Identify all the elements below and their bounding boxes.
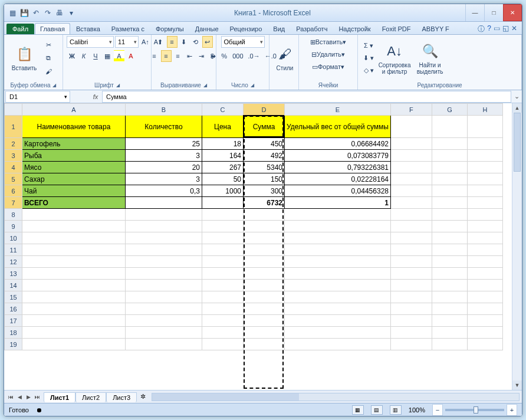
cell-H1[interactable] [467,116,502,138]
cell-F12[interactable] [390,256,432,268]
cell-A1[interactable]: Наименование товара [22,116,126,138]
indent-inc-button[interactable]: ⇥ [196,50,207,62]
orientation-button[interactable]: ⟲ [190,36,201,48]
cell-D7[interactable]: 6732 [244,197,285,209]
cell-B6[interactable]: 0,3 [126,185,202,197]
tab-data[interactable]: Данные [190,23,224,34]
zoom-slider[interactable] [445,409,504,411]
name-box[interactable]: D1 [5,91,70,103]
help-icon[interactable]: ? [487,24,491,34]
row-header-18[interactable]: 18 [5,327,22,339]
vertical-scrollbar[interactable]: ▲ ▼ [512,103,522,390]
font-size-combo[interactable]: 11 [115,36,139,48]
sheet-tab-3[interactable]: Лист3 [106,392,137,402]
cell-A6[interactable]: Чай [22,185,126,197]
tab-review[interactable]: Рецензиро [225,23,268,34]
vscroll-thumb[interactable] [514,113,521,172]
cell-B2[interactable]: 25 [126,138,202,150]
format-painter-button[interactable]: 🖌 [43,65,54,77]
cell-H15[interactable] [467,291,502,303]
cell-E16[interactable] [285,303,391,315]
cell-H5[interactable] [467,173,502,185]
sheet-tab-1[interactable]: Лист1 [44,392,75,402]
number-format-combo[interactable]: Общий [221,36,265,48]
cell-E1[interactable]: Удельный вес от общей суммы [285,116,391,138]
undo-icon[interactable]: ↶ [31,8,41,18]
cell-D11[interactable] [244,244,285,256]
cell-G19[interactable] [432,339,467,350]
tab-nav-next-icon[interactable]: ▶ [24,394,32,400]
cut-button[interactable]: ✂ [43,40,54,51]
align-bottom-button[interactable]: ⬇ [179,36,189,48]
cell-B1[interactable]: Количество [126,116,202,138]
cell-A19[interactable] [22,339,126,350]
cell-C2[interactable]: 18 [202,138,244,150]
cell-C4[interactable]: 267 [202,162,244,173]
ribbon-minimize-icon[interactable]: ⓘ [478,24,485,34]
cell-F16[interactable] [390,303,432,315]
doc-close-icon[interactable]: ✕ [511,24,517,34]
cell-G15[interactable] [432,291,467,303]
cell-A5[interactable]: Сахар [22,173,126,185]
zoom-out-button[interactable]: − [432,404,443,416]
cell-C19[interactable] [202,339,244,350]
cell-H11[interactable] [467,244,502,256]
row-header-8[interactable]: 8 [5,209,22,221]
cell-G1[interactable] [432,116,467,138]
cell-F1[interactable] [390,116,432,138]
cell-H3[interactable] [467,150,502,162]
col-header-D[interactable]: D [244,104,285,116]
cell-C15[interactable] [202,291,244,303]
tab-abbyy[interactable]: ABBYY F [417,23,455,34]
cell-A10[interactable] [22,232,126,244]
tab-addins[interactable]: Надстройк [333,23,376,34]
clear-button[interactable]: ◇ ▾ [361,65,376,77]
cell-D9[interactable] [244,221,285,232]
cell-C9[interactable] [202,221,244,232]
cell-F3[interactable] [390,150,432,162]
col-header-H[interactable]: H [467,104,502,116]
copy-button[interactable]: ⧉ [43,52,54,64]
cell-E17[interactable] [285,315,391,327]
minimize-button[interactable]: — [465,4,484,21]
page-break-view-button[interactable]: ▥ [390,405,402,415]
cell-H13[interactable] [467,268,502,280]
cell-D3[interactable]: 492 [244,150,285,162]
cell-B9[interactable] [126,221,202,232]
cell-C8[interactable] [202,209,244,221]
row-header-9[interactable]: 9 [5,221,22,232]
cell-F6[interactable] [390,185,432,197]
delete-cells-button[interactable]: ⊟ Удалить ▾ [310,48,347,60]
cell-G10[interactable] [432,232,467,244]
cell-B12[interactable] [126,256,202,268]
cell-C14[interactable] [202,280,244,291]
select-all-corner[interactable] [5,104,22,116]
cell-C11[interactable] [202,244,244,256]
cell-C17[interactable] [202,315,244,327]
cell-E13[interactable] [285,268,391,280]
row-header-19[interactable]: 19 [5,339,22,350]
row-header-12[interactable]: 12 [5,256,22,268]
sheet-tab-2[interactable]: Лист2 [75,392,106,402]
scroll-down-icon[interactable]: ▼ [512,380,522,390]
find-select-button[interactable]: 🔍 Найти и выделить [413,41,446,76]
clipboard-dialog-icon[interactable]: ◢ [52,83,56,88]
cell-C18[interactable] [202,327,244,339]
cell-H12[interactable] [467,256,502,268]
font-dialog-icon[interactable]: ◢ [116,83,120,88]
tab-foxit[interactable]: Foxit PDF [377,23,416,34]
cell-C7[interactable] [202,197,244,209]
cell-B4[interactable]: 20 [126,162,202,173]
cell-B19[interactable] [126,339,202,350]
cell-A15[interactable] [22,291,126,303]
format-cells-button[interactable]: ▭ Формат ▾ [310,61,346,73]
cell-D10[interactable] [244,232,285,244]
cell-E10[interactable] [285,232,391,244]
cell-G11[interactable] [432,244,467,256]
autosum-button[interactable]: Σ ▾ [361,40,376,52]
page-layout-view-button[interactable]: ▤ [371,405,383,415]
cell-H4[interactable] [467,162,502,173]
cell-F15[interactable] [390,291,432,303]
cell-C3[interactable]: 164 [202,150,244,162]
cell-E12[interactable] [285,256,391,268]
